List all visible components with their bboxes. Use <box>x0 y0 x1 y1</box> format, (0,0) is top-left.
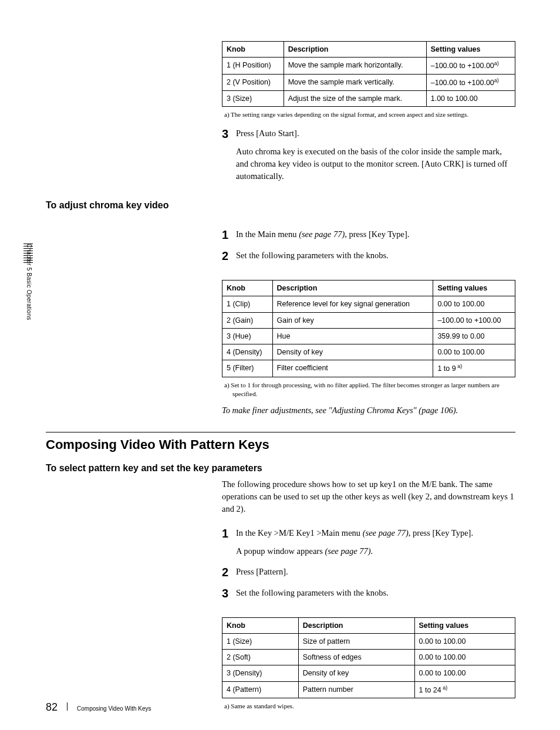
cell-knob: 1 (H Position) <box>222 58 284 74</box>
step-number: 2 <box>222 566 236 579</box>
step-number: 2 <box>222 249 236 262</box>
table-footnote: a) Same as standard wipes. <box>222 702 515 711</box>
cell-setting-values: 1.00 to 100.00 <box>426 91 515 107</box>
cell-knob: 4 (Density) <box>222 344 273 360</box>
table-row: 4 (Pattern)Pattern number1 to 24 a) <box>222 681 515 698</box>
step-text: Set the following parameters with the kn… <box>236 587 515 600</box>
col-header: Description <box>272 280 433 296</box>
cell-knob: 5 (Filter) <box>222 360 273 377</box>
cell-setting-values: 0.00 to 100.00 <box>433 344 515 360</box>
pattern-key-knob-table: Knob Description Setting values 1 (Size)… <box>222 617 515 698</box>
footnote-ref: a) <box>441 685 448 691</box>
table-row: 2 (Gain)Gain of key–100.00 to +100.00 <box>222 312 515 328</box>
cell-knob: 1 (Size) <box>222 633 299 649</box>
col-header: Setting values <box>433 280 515 296</box>
footnote-ref: a) <box>456 363 463 369</box>
cell-description: Move the sample mark vertically. <box>284 74 426 90</box>
intro-paragraph: The following procedure shows how to set… <box>222 478 515 515</box>
cell-description: Move the sample mark horizontally. <box>284 58 426 74</box>
table-footnote: a) The setting range varies depending on… <box>222 110 515 119</box>
cell-knob: 2 (Soft) <box>222 650 299 665</box>
cell-description: Filter coefficient <box>272 360 433 377</box>
table-row: 3 (Density)Density of key0.00 to 100.00 <box>222 665 515 681</box>
page-number: 82 <box>46 701 58 714</box>
cell-description: Adjust the size of the sample mark. <box>284 91 426 107</box>
cell-knob: 3 (Density) <box>222 665 299 681</box>
cell-setting-values: –100.00 to +100.00 <box>433 312 515 328</box>
step-number: 1 <box>222 228 236 241</box>
cell-setting-values: 0.00 to 100.00 <box>414 665 515 681</box>
col-header: Setting values <box>426 42 515 58</box>
subsection-heading: To adjust chroma key video <box>46 200 515 211</box>
col-header: Knob <box>222 280 273 296</box>
cell-description: Pattern number <box>298 681 414 698</box>
step-text: In the Main menu <box>236 229 299 239</box>
table-row: 1 (Size)Size of pattern0.00 to 100.00 <box>222 633 515 649</box>
table-row: 4 (Density)Density of key0.00 to 100.00 <box>222 344 515 360</box>
col-header: Description <box>284 42 426 58</box>
col-header: Knob <box>222 42 284 58</box>
table-row: 5 (Filter)Filter coefficient1 to 9 a) <box>222 360 515 377</box>
table-footnote: a) Set to 1 for through processing, with… <box>222 381 515 398</box>
table-row: 1 (H Position)Move the sample mark horiz… <box>222 58 515 74</box>
step-text: A popup window appears <box>236 546 325 556</box>
cell-description: Hue <box>272 328 433 344</box>
cell-description: Size of pattern <box>298 633 414 649</box>
cell-setting-values: 0.00 to 100.00 <box>414 633 515 649</box>
cell-setting-values: 359.99 to 0.00 <box>433 328 515 344</box>
table-row: 2 (V Position)Move the sample mark verti… <box>222 74 515 90</box>
cell-knob: 3 (Size) <box>222 91 284 107</box>
cell-setting-values: –100.00 to +100.00a) <box>426 58 515 74</box>
cell-knob: 2 (V Position) <box>222 74 284 90</box>
step-number: 3 <box>222 587 236 600</box>
cross-reference: (see page 77) <box>299 229 345 239</box>
cross-reference: To make finer adjustments, see "Adjustin… <box>222 405 515 415</box>
cell-knob: 1 (Clip) <box>222 296 273 312</box>
col-header: Knob <box>222 617 299 633</box>
sample-mark-knob-table: Knob Description Setting values 1 (H Pos… <box>222 41 515 107</box>
step-paragraph: Auto chroma key is executed on the basis… <box>236 146 515 182</box>
footnote-ref: a) <box>494 77 499 83</box>
cell-description: Reference level for key signal generatio… <box>272 296 433 312</box>
step-text: Press [Auto Start]. <box>236 129 299 138</box>
section-heading: Composing Video With Pattern Keys <box>46 437 515 452</box>
step-text: , press [Key Type]. <box>409 528 473 538</box>
table-row: 3 (Hue)Hue359.99 to 0.00 <box>222 328 515 344</box>
subsection-heading: To select pattern key and set the key pa… <box>46 463 515 474</box>
page-footer: 82 Composing Video With Keys <box>46 701 151 714</box>
cell-knob: 3 (Hue) <box>222 328 273 344</box>
step-number: 1 <box>222 527 236 557</box>
cell-description: Softness of edges <box>298 650 414 665</box>
step-text: Press [Pattern]. <box>236 566 515 579</box>
step-text: , press [Key Type]. <box>345 229 409 239</box>
step-text: Set the following parameters with the kn… <box>236 249 515 262</box>
cell-knob: 4 (Pattern) <box>222 681 299 698</box>
cross-reference: (see page 77) <box>363 528 409 538</box>
step-number: 3 <box>222 127 236 182</box>
cell-setting-values: –100.00 to +100.00a) <box>426 74 515 90</box>
chroma-key-knob-table: Knob Description Setting values 1 (Clip)… <box>222 280 515 377</box>
table-row: 3 (Size)Adjust the size of the sample ma… <box>222 91 515 107</box>
cell-description: Density of key <box>298 665 414 681</box>
cell-description: Gain of key <box>272 312 433 328</box>
step-text: In the Key >M/E Key1 >Main menu <box>236 528 363 538</box>
cell-knob: 2 (Gain) <box>222 312 273 328</box>
footnote-ref: a) <box>494 60 499 66</box>
table-row: 2 (Soft)Softness of edges0.00 to 100.00 <box>222 650 515 665</box>
cell-description: Density of key <box>272 344 433 360</box>
col-header: Description <box>298 617 414 633</box>
section-divider <box>46 432 515 432</box>
cell-setting-values: 1 to 24 a) <box>414 681 515 698</box>
col-header: Setting values <box>414 617 515 633</box>
cross-reference: (see page 77) <box>325 546 370 556</box>
footer-separator <box>67 702 68 711</box>
table-row: 1 (Clip)Reference level for key signal g… <box>222 296 515 312</box>
cell-setting-values: 0.00 to 100.00 <box>433 296 515 312</box>
step-text: . <box>371 546 373 556</box>
cell-setting-values: 0.00 to 100.00 <box>414 650 515 665</box>
footer-title: Composing Video With Keys <box>77 705 151 712</box>
cell-setting-values: 1 to 9 a) <box>433 360 515 377</box>
